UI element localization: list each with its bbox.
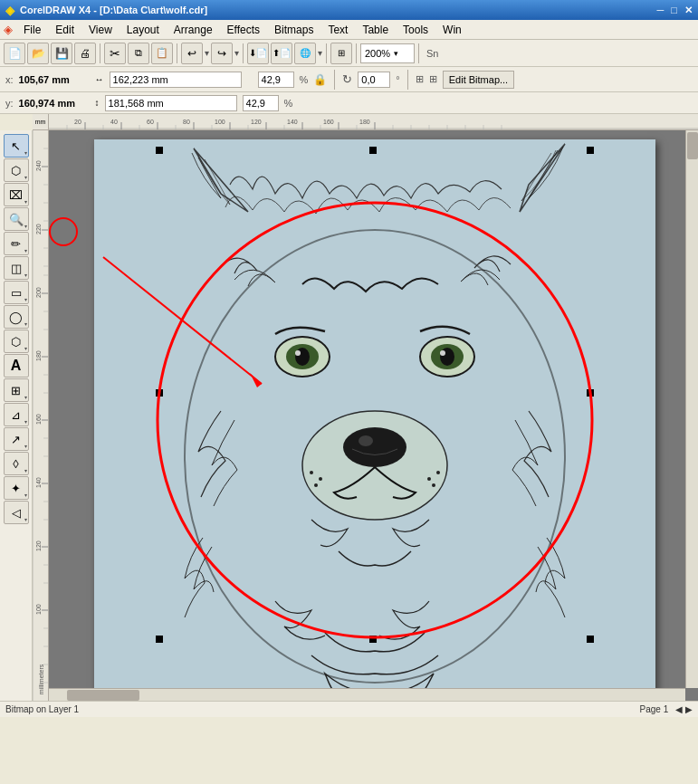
select-tool[interactable]: ↖▾ — [4, 134, 29, 158]
import-button[interactable]: ⬇📄 — [247, 43, 269, 64]
h-icon: ↕ — [95, 98, 100, 108]
welcomescreen-button[interactable]: ⊞ — [330, 43, 352, 64]
vertical-scrollbar[interactable] — [685, 130, 698, 688]
page-nav[interactable]: ◀ ▶ — [675, 704, 693, 714]
rectangle-tool[interactable]: ▭▾ — [4, 281, 29, 304]
zoom-dropdown-arrow[interactable]: ▾ — [394, 49, 398, 58]
menu-effects[interactable]: Effects — [220, 22, 267, 38]
y-value: 160,974 mm — [19, 98, 84, 109]
undo-dropdown[interactable]: ▾ — [205, 48, 209, 58]
app-icon: ◈ — [5, 4, 14, 17]
redo-dropdown[interactable]: ▾ — [234, 48, 239, 58]
toolbox: ↖▾ ⬡▾ ⌧▾ 🔍▾ ✏▾ ◫▾ ▭▾ ◯▾ ⬡▾ A ⊞▾ ⊿▾ ↗▾ ◊▾… — [0, 130, 33, 701]
menu-edit[interactable]: Edit — [48, 22, 81, 38]
svg-text:180: 180 — [35, 350, 42, 361]
svg-point-85 — [359, 435, 373, 446]
svg-point-84 — [343, 427, 406, 467]
svg-point-77 — [295, 348, 310, 366]
export-button[interactable]: ⬆📄 — [271, 43, 292, 64]
ruler-corner: mm — [33, 114, 49, 130]
sep6 — [418, 43, 419, 63]
ruler-top-svg: 20 40 60 80 100 120 140 160 180 — [49, 114, 698, 129]
wolf-illustration — [94, 139, 655, 701]
svg-rect-95 — [587, 636, 594, 643]
save-button[interactable]: 💾 — [51, 43, 72, 64]
x-value: 105,67 mm — [19, 74, 84, 85]
new-button[interactable]: 📄 — [4, 43, 25, 64]
canvas-area[interactable]: 240 220 200 180 160 140 120 100 — [33, 130, 698, 701]
annotation-circle — [49, 217, 78, 246]
polygon-tool[interactable]: ⬡▾ — [4, 330, 29, 353]
scale-x-field[interactable] — [258, 72, 294, 88]
rotate-field[interactable] — [358, 72, 390, 88]
connector-tool[interactable]: ↗▾ — [4, 427, 29, 451]
outline-tool[interactable]: ◁▾ — [4, 501, 29, 524]
smartfill-tool[interactable]: ◫▾ — [4, 256, 29, 280]
svg-text:40: 40 — [110, 119, 118, 125]
scale-y-field[interactable] — [243, 95, 279, 111]
status-bar: Bitmap on Layer 1 Page 1 ◀ ▶ — [0, 701, 698, 717]
node-edit-tool[interactable]: ⬡▾ — [4, 158, 29, 182]
redo-button[interactable]: ↪ — [211, 43, 233, 64]
sep-prop2 — [407, 70, 408, 90]
publish-button[interactable]: 🌐 — [294, 43, 316, 64]
ellipse-tool[interactable]: ◯▾ — [4, 305, 29, 329]
text-tool[interactable]: A — [4, 354, 29, 378]
menu-tools[interactable]: Tools — [396, 22, 435, 38]
snap-label: Sn — [423, 48, 442, 59]
status-text: Bitmap on Layer 1 — [5, 704, 640, 714]
copy-button[interactable]: ⧉ — [128, 43, 149, 64]
vscroll-thumb[interactable] — [687, 132, 698, 159]
menu-file[interactable]: File — [16, 22, 48, 38]
content-row: ↖▾ ⬡▾ ⌧▾ 🔍▾ ✏▾ ◫▾ ▭▾ ◯▾ ⬡▾ A ⊞▾ ⊿▾ ↗▾ ◊▾… — [0, 130, 698, 701]
print-button[interactable]: 🖨 — [74, 43, 96, 64]
menu-layout[interactable]: Layout — [120, 22, 167, 38]
freehand-tool[interactable]: ✏▾ — [4, 232, 29, 255]
undo-button[interactable]: ↩ — [181, 43, 203, 64]
zoom-tool[interactable]: 🔍▾ — [4, 207, 29, 231]
menu-text[interactable]: Text — [320, 22, 355, 38]
win-maximize[interactable]: □ — [671, 5, 677, 15]
x-label: x: — [5, 74, 14, 85]
h-field[interactable] — [105, 95, 237, 111]
menu-table[interactable]: Table — [355, 22, 396, 38]
status-main: Bitmap on Layer 1 — [5, 704, 79, 714]
horizontal-scrollbar[interactable] — [49, 688, 685, 701]
paste-button[interactable]: 📋 — [151, 43, 173, 64]
w-icon: ↔ — [95, 74, 104, 84]
svg-text:100: 100 — [35, 604, 42, 615]
win-close[interactable]: ✕ — [684, 5, 693, 16]
w-field[interactable] — [110, 72, 242, 88]
open-button[interactable]: 📂 — [27, 43, 49, 64]
cut-button[interactable]: ✂ — [104, 43, 126, 64]
menu-view[interactable]: View — [81, 22, 120, 38]
page-indicator: Page 1 — [640, 704, 669, 714]
sep4 — [326, 43, 327, 63]
svg-point-81 — [440, 348, 454, 366]
lock-icon[interactable]: 🔒 — [313, 73, 327, 86]
publish-dropdown[interactable]: ▾ — [318, 48, 322, 58]
win-minimize[interactable]: ─ — [657, 5, 665, 15]
dimension-tool[interactable]: ⊿▾ — [4, 403, 29, 426]
ruler-left: 240 220 200 180 160 140 120 100 — [33, 130, 49, 701]
crop-tool[interactable]: ⌧▾ — [4, 183, 29, 206]
svg-rect-93 — [587, 147, 594, 154]
table-tool[interactable]: ⊞▾ — [4, 378, 29, 402]
edit-bitmap-button[interactable]: Edit Bitmap... — [443, 71, 514, 89]
menu-arrange[interactable]: Arrange — [167, 22, 220, 38]
hscroll-thumb[interactable] — [67, 690, 139, 701]
rotate-icon: ↻ — [342, 72, 352, 86]
eyedropper-tool[interactable]: ✦▾ — [4, 476, 29, 500]
fill-tool[interactable]: ◊▾ — [4, 452, 29, 475]
menu-window[interactable]: Win — [435, 22, 469, 38]
pos-icon2: ⊞ — [429, 73, 437, 85]
y-label: y: — [5, 98, 14, 109]
svg-text:60: 60 — [147, 119, 154, 125]
toolbar: 📄 📂 💾 🖨 ✂ ⧉ 📋 ↩ ▾ ↪ ▾ ⬇📄 ⬆📄 🌐 ▾ ⊞ 200% ▾… — [0, 40, 698, 67]
menu-bitmaps[interactable]: Bitmaps — [267, 22, 320, 38]
svg-text:80: 80 — [183, 119, 190, 125]
workspace: mm 20 40 60 80 100 120 140 160 — [0, 114, 698, 717]
property-bar: x: 105,67 mm ↔ % 🔒 ↻ ° ⊞ ⊞ Edit Bitmap..… — [0, 67, 698, 92]
canvas-content — [49, 130, 698, 701]
zoom-box: 200% ▾ — [360, 43, 415, 63]
